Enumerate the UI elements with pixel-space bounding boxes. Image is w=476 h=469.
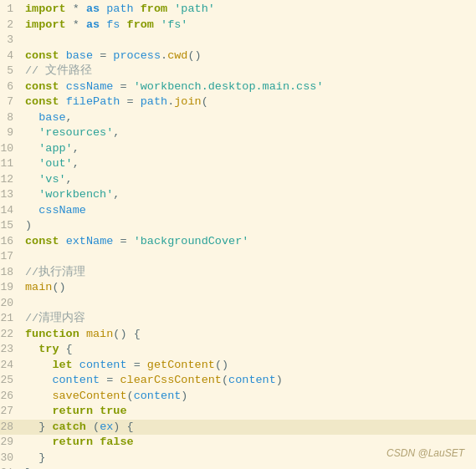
code-line: 2import * as fs from 'fs' — [0, 18, 476, 33]
line-number: 21 — [0, 311, 25, 327]
line-number: 23 — [0, 342, 25, 358]
line-number: 16 — [0, 234, 25, 250]
line-number: 15 — [0, 218, 25, 234]
code-editor: 1import * as path from 'path'2import * a… — [0, 0, 476, 469]
line-number: 24 — [0, 358, 25, 374]
line-content: 'resources', — [25, 125, 469, 141]
line-content: ) — [25, 218, 469, 234]
line-content: saveContent(content) — [25, 389, 469, 405]
code-line: 14 cssName — [0, 203, 476, 219]
line-number: 5 — [0, 64, 25, 79]
line-content: content = clearCssContent(content) — [25, 373, 469, 389]
line-number: 18 — [0, 265, 25, 281]
code-line: 23 try { — [0, 342, 476, 358]
line-content: return true — [25, 404, 469, 420]
code-line: 10 'app', — [0, 141, 476, 157]
line-content: const cssName = 'workbench.desktop.main.… — [25, 79, 469, 95]
code-line: 11 'out', — [0, 156, 476, 172]
code-line: 20 — [0, 296, 476, 312]
line-content: const filePath = path.join( — [25, 94, 469, 110]
code-line: 31} — [0, 466, 476, 469]
line-number: 26 — [0, 389, 25, 405]
line-content: 'workbench', — [25, 187, 469, 203]
code-line: 15) — [0, 218, 476, 234]
line-number: 9 — [0, 125, 25, 141]
code-line: 24 let content = getContent() — [0, 358, 476, 374]
line-number: 1 — [0, 2, 25, 18]
line-content: } catch (ex) { — [25, 420, 469, 436]
line-number: 14 — [0, 203, 25, 219]
code-line: 18//执行清理 — [0, 265, 476, 281]
line-content: // 文件路径 — [25, 64, 469, 79]
line-content: import * as path from 'path' — [25, 2, 469, 18]
code-line: 8 base, — [0, 110, 476, 126]
line-number: 20 — [0, 296, 25, 312]
code-line: 17 — [0, 249, 476, 265]
line-content: const base = process.cwd() — [25, 48, 469, 64]
code-line: 3 — [0, 33, 476, 48]
line-content: //执行清理 — [25, 265, 469, 281]
code-line: 13 'workbench', — [0, 187, 476, 203]
line-content: let content = getContent() — [25, 358, 469, 374]
line-content: try { — [25, 342, 469, 358]
code-line: 26 saveContent(content) — [0, 389, 476, 405]
code-line: 28 } catch (ex) { — [0, 420, 476, 436]
line-number: 2 — [0, 18, 25, 33]
line-content: //清理内容 — [25, 311, 469, 327]
line-content: import * as fs from 'fs' — [25, 18, 469, 33]
code-line: 4const base = process.cwd() — [0, 48, 476, 64]
line-number: 7 — [0, 94, 25, 110]
code-line: 5// 文件路径 — [0, 64, 476, 79]
line-content: main() — [25, 280, 469, 296]
line-number: 28 — [0, 420, 25, 436]
code-line: 9 'resources', — [0, 125, 476, 141]
line-number: 31 — [0, 466, 25, 469]
code-line: 12 'vs', — [0, 172, 476, 188]
line-content: 'app', — [25, 141, 469, 157]
code-line: 1import * as path from 'path' — [0, 2, 476, 18]
code-line: 7const filePath = path.join( — [0, 94, 476, 110]
line-content: cssName — [25, 203, 469, 219]
code-line: 27 return true — [0, 404, 476, 420]
line-number: 3 — [0, 33, 25, 48]
code-line: 25 content = clearCssContent(content) — [0, 373, 476, 389]
watermark: CSDN @LauSET — [386, 446, 464, 461]
line-content: 'out', — [25, 156, 469, 172]
line-number: 10 — [0, 141, 25, 157]
line-number: 25 — [0, 373, 25, 389]
line-number: 6 — [0, 79, 25, 95]
line-number: 22 — [0, 327, 25, 343]
line-number: 17 — [0, 249, 25, 265]
line-number: 29 — [0, 435, 25, 451]
line-content: 'vs', — [25, 172, 469, 188]
line-content: base, — [25, 110, 469, 126]
code-line: 22function main() { — [0, 327, 476, 343]
code-line: 21//清理内容 — [0, 311, 476, 327]
line-number: 19 — [0, 280, 25, 296]
code-line: 6const cssName = 'workbench.desktop.main… — [0, 79, 476, 95]
code-line: 16const extName = 'backgroundCover' — [0, 234, 476, 250]
line-content: function main() { — [25, 327, 469, 343]
line-number: 13 — [0, 187, 25, 203]
line-number: 12 — [0, 172, 25, 188]
line-number: 8 — [0, 110, 25, 126]
line-number: 30 — [0, 451, 25, 466]
line-content: const extName = 'backgroundCover' — [25, 234, 469, 250]
line-number: 4 — [0, 48, 25, 64]
line-number: 11 — [0, 156, 25, 172]
line-number: 27 — [0, 404, 25, 420]
code-line: 19main() — [0, 280, 476, 296]
line-content: } — [25, 466, 469, 469]
